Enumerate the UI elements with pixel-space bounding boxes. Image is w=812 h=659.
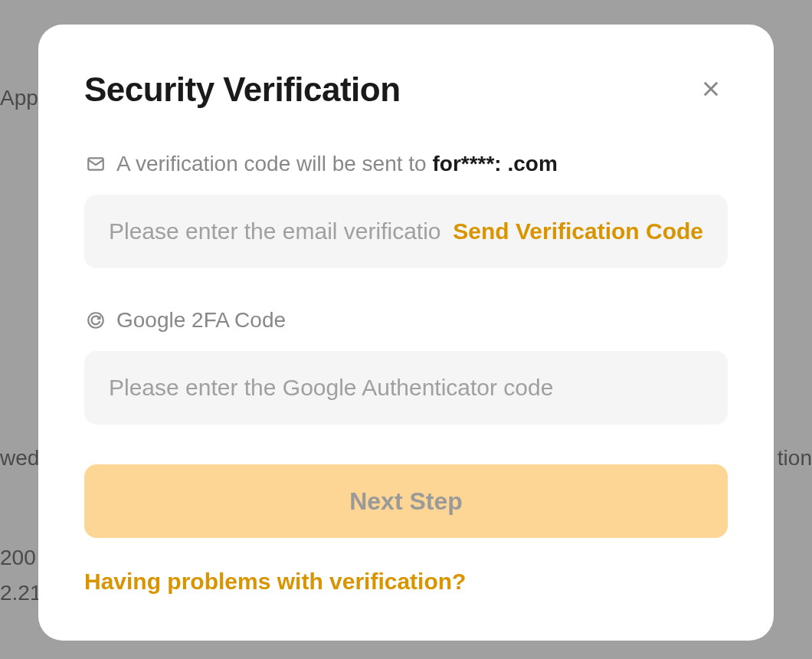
security-verification-modal: Security Verification A verification cod…	[38, 25, 774, 641]
send-verification-code-button[interactable]: Send Verification Code	[440, 218, 703, 244]
google-2fa-label-row: Google 2FA Code	[84, 308, 728, 333]
email-code-input[interactable]	[109, 218, 440, 244]
google-icon	[86, 310, 106, 330]
email-code-input-wrapper: Send Verification Code	[84, 195, 728, 268]
email-label-row: A verification code will be sent to for*…	[84, 152, 728, 176]
backdrop-text: wed	[0, 446, 39, 470]
backdrop-text: 200	[0, 546, 36, 570]
backdrop-text: App	[0, 86, 38, 110]
mail-icon	[86, 154, 106, 174]
next-step-button[interactable]: Next Step	[84, 464, 728, 538]
masked-email: for****: .com	[432, 152, 557, 175]
backdrop-text: tion	[778, 446, 812, 470]
backdrop-text: 2.21	[0, 581, 42, 605]
modal-header: Security Verification	[84, 70, 728, 109]
google-2fa-label: Google 2FA Code	[116, 308, 286, 333]
email-label-text: A verification code will be sent to for*…	[116, 152, 558, 176]
google-2fa-input[interactable]	[109, 375, 703, 401]
google-2fa-input-wrapper	[84, 351, 728, 425]
modal-title: Security Verification	[84, 70, 401, 109]
verification-help-link[interactable]: Having problems with verification?	[84, 569, 466, 594]
close-icon	[700, 78, 722, 102]
close-button[interactable]	[694, 72, 728, 108]
